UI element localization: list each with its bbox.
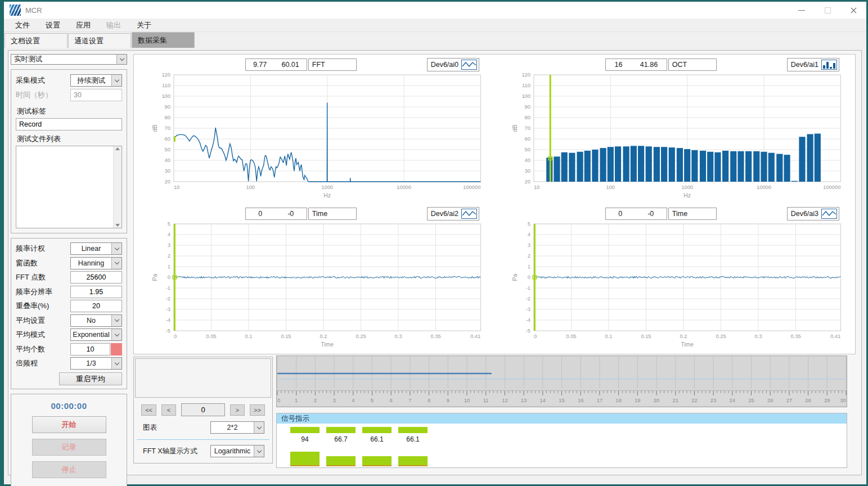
nav-next-button[interactable]: > xyxy=(230,404,245,416)
tab-data-acquisition[interactable]: 数据采集 xyxy=(132,32,195,48)
time-ai3-channel-box[interactable]: Dev6/ai3 xyxy=(787,207,839,220)
freq-resolution-input[interactable] xyxy=(70,286,122,298)
avg-setting-select[interactable]: No xyxy=(70,314,122,327)
timeline-strip[interactable]: 0123456789101112131415161718192021222324… xyxy=(276,356,847,407)
chevron-down-icon[interactable] xyxy=(116,55,127,64)
minimize-button[interactable] xyxy=(789,2,815,19)
nav-last-button[interactable]: >> xyxy=(250,404,265,416)
chart-layout-select[interactable]: 2*2 xyxy=(210,421,264,434)
time-ai2-plot[interactable]: -5-4-3-2-101234500.050.10.150.20.250.30.… xyxy=(135,220,494,352)
window-function-select[interactable]: Hanning xyxy=(70,257,122,269)
avg-mode-select-row: 平均模式Exponential xyxy=(16,328,122,341)
menu-item-file[interactable]: 文件 xyxy=(7,19,38,32)
svg-text:10: 10 xyxy=(464,398,470,403)
octave-select-label: 倍频程 xyxy=(16,358,70,368)
avg-count-input[interactable] xyxy=(70,343,110,356)
chevron-down-icon[interactable] xyxy=(111,243,122,254)
freq-weighting-select-label: 频率计权 xyxy=(16,244,70,254)
freq-weighting-select[interactable]: Linear xyxy=(70,242,122,255)
svg-text:0.25: 0.25 xyxy=(356,333,366,339)
svg-text:5: 5 xyxy=(168,220,170,227)
timeline-ruler[interactable]: 0123456789101112131415161718192021222324… xyxy=(277,390,847,405)
svg-text:30: 30 xyxy=(165,168,170,174)
svg-text:30: 30 xyxy=(840,398,846,403)
svg-text:110: 110 xyxy=(522,82,530,88)
svg-text:10000: 10000 xyxy=(397,184,411,190)
acquisition-mode-select[interactable]: 持续测试 xyxy=(70,74,122,87)
signal-level-value: 94 xyxy=(301,435,308,443)
overlap-input[interactable] xyxy=(70,300,122,312)
svg-text:0: 0 xyxy=(168,274,170,280)
svg-text:100: 100 xyxy=(606,184,615,190)
nav-prev-button[interactable]: < xyxy=(161,404,176,416)
avg-mode-select[interactable]: Exponential xyxy=(70,328,122,341)
fft-plot[interactable]: 2030405060708090100110120101001000100001… xyxy=(135,71,494,203)
freq-weighting-select-row: 频率计权Linear xyxy=(16,242,122,255)
menu-item-about[interactable]: 关于 xyxy=(129,19,159,32)
nav-index-input[interactable] xyxy=(181,403,225,416)
fft-channel-box[interactable]: Dev6/ai0 xyxy=(427,58,479,71)
signal-indicator-panel: 信号指示 9466.766.166.1 xyxy=(276,413,847,468)
oct-title-box: OCT xyxy=(668,58,717,71)
signal-level-value: 66.1 xyxy=(406,435,419,443)
oct-channel-box[interactable]: Dev6/ai1 xyxy=(787,58,839,71)
minimize-icon xyxy=(798,10,805,11)
svg-text:-3: -3 xyxy=(166,306,170,312)
menu-item-settings[interactable]: 设置 xyxy=(38,19,68,32)
fft-xaxis-select[interactable]: Logarithmic xyxy=(210,445,264,457)
oct-plot[interactable]: 2030405060708090100110120101001000100001… xyxy=(495,71,854,203)
acquisition-mode-select-value: 持续测试 xyxy=(71,76,111,86)
menu-bar: 文件设置应用输出关于 xyxy=(4,19,866,32)
fft-cursor-readout: 9.7760.01 xyxy=(245,58,307,71)
svg-text:100: 100 xyxy=(521,93,530,99)
nav-first-button[interactable]: << xyxy=(141,404,156,416)
file-list-scrollbar[interactable] xyxy=(113,146,122,228)
svg-text:Time: Time xyxy=(321,341,334,348)
oct-cursor-x: 16 xyxy=(615,61,623,69)
svg-text:4: 4 xyxy=(352,398,354,403)
svg-text:0.2: 0.2 xyxy=(320,333,327,339)
tab-channel-settings[interactable]: 通道设置 xyxy=(68,33,131,48)
svg-text:4: 4 xyxy=(168,231,170,237)
chevron-down-icon[interactable] xyxy=(111,358,122,369)
svg-text:-4: -4 xyxy=(526,317,530,323)
time-ai3-plot[interactable]: -5-4-3-2-101234500.050.10.150.20.250.30.… xyxy=(495,220,854,352)
svg-text:-5: -5 xyxy=(166,327,170,334)
time-ai2-channel-box[interactable]: Dev6/ai2 xyxy=(427,207,479,220)
record-button[interactable]: 记录 xyxy=(32,439,106,456)
scroll-down-icon[interactable] xyxy=(115,224,120,227)
octave-select[interactable]: 1/3 xyxy=(70,357,122,370)
svg-text:10000: 10000 xyxy=(757,184,771,190)
svg-text:24: 24 xyxy=(730,398,735,403)
chevron-down-icon[interactable] xyxy=(254,446,264,457)
run-group: 00:00:00 开始 记录 停止 xyxy=(11,394,127,486)
signal-channel-2: 66.7 xyxy=(326,424,356,467)
start-button[interactable]: 开始 xyxy=(32,416,106,433)
menu-item-application[interactable]: 应用 xyxy=(68,19,98,32)
svg-text:15: 15 xyxy=(559,398,564,403)
svg-text:11: 11 xyxy=(483,398,489,403)
chevron-down-icon[interactable] xyxy=(111,315,122,326)
file-list-caption: 测试文件列表 xyxy=(17,134,122,144)
svg-text:80: 80 xyxy=(165,114,170,120)
test-file-list[interactable] xyxy=(16,146,122,228)
test-label-input[interactable] xyxy=(16,118,122,130)
fft-points-input[interactable] xyxy=(70,271,122,284)
stop-button[interactable]: 停止 xyxy=(32,461,106,478)
svg-text:1: 1 xyxy=(168,263,170,269)
maximize-button[interactable] xyxy=(815,2,840,19)
svg-text:4: 4 xyxy=(528,231,530,237)
svg-text:60: 60 xyxy=(525,136,530,142)
tab-document-settings[interactable]: 文档设置 xyxy=(5,33,68,48)
test-mode-select[interactable]: 实时测试 xyxy=(11,54,127,65)
close-button[interactable] xyxy=(840,2,866,19)
chevron-down-icon[interactable] xyxy=(111,329,122,340)
scroll-up-icon[interactable] xyxy=(115,147,120,150)
mini-bars-icon xyxy=(821,60,837,70)
restart-average-button[interactable]: 重启平均 xyxy=(59,372,122,385)
chevron-down-icon[interactable] xyxy=(111,75,122,86)
timeline-progress-svg[interactable] xyxy=(277,356,847,389)
chevron-down-icon[interactable] xyxy=(254,422,264,433)
chevron-down-icon[interactable] xyxy=(111,258,122,269)
svg-text:Pa: Pa xyxy=(152,273,158,281)
